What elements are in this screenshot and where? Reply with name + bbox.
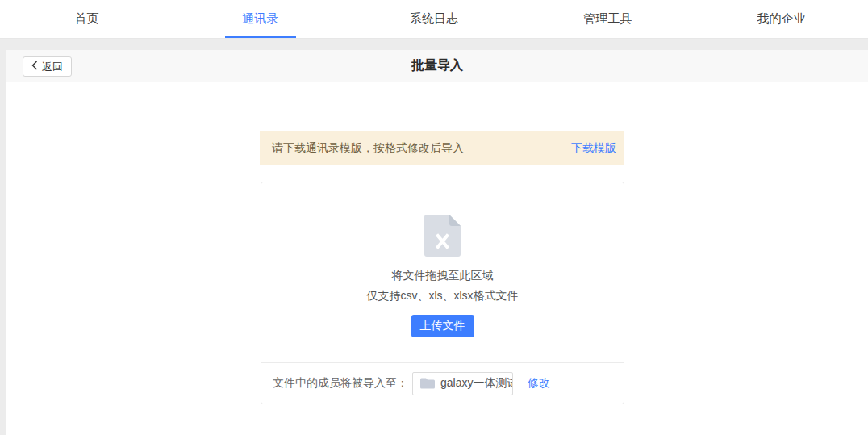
nav-tab-label: 管理工具 [583,11,632,27]
back-button[interactable]: 返回 [23,56,72,77]
back-button-label: 返回 [42,60,63,74]
nav-tab-system-log[interactable]: 系统日志 [347,0,520,38]
nav-tab-my-enterprise[interactable]: 我的企业 [695,0,868,38]
nav-tab-label: 系统日志 [410,11,458,27]
nav-tab-management-tools[interactable]: 管理工具 [521,0,695,38]
nav-tab-contacts[interactable]: 通讯录 [173,0,347,38]
main-panel: 返回 批量导入 请下载通讯录模版，按格式修改后导入 下载模版 将文件拖拽至此区域… [6,50,868,435]
destination-name: galaxy一体测试 [440,376,513,391]
file-dropzone[interactable]: 将文件拖拽至此区域 仅支持csv、xls、xlsx格式文件 上传文件 [261,182,624,363]
modify-destination-link[interactable]: 修改 [528,376,550,391]
nav-tab-home[interactable]: 首页 [0,0,173,38]
destination-box: galaxy一体测试 [412,372,513,395]
upload-card: 将文件拖拽至此区域 仅支持csv、xls、xlsx格式文件 上传文件 文件中的成… [261,182,624,404]
upload-file-button[interactable]: 上传文件 [411,315,474,337]
top-navigation: 首页 通讯录 系统日志 管理工具 我的企业 [0,0,868,39]
nav-tab-label: 通讯录 [242,11,278,27]
page-subheader: 返回 批量导入 [6,50,868,82]
import-destination-row: 文件中的成员将被导入至： galaxy一体测试 修改 [261,363,624,404]
nav-tab-label: 首页 [75,11,99,27]
download-template-link[interactable]: 下载模版 [571,141,616,156]
drag-hint-text: 将文件拖拽至此区域 [261,267,624,283]
chevron-left-icon [31,61,38,73]
format-hint-text: 仅支持csv、xls、xlsx格式文件 [261,287,624,303]
nav-tab-label: 我的企业 [757,11,805,27]
active-tab-underline [225,36,296,38]
excel-file-icon [261,215,624,257]
destination-label: 文件中的成员将被导入至： [273,376,408,391]
notice-message: 请下载通讯录模版，按格式修改后导入 [272,141,464,156]
folder-icon [420,378,435,389]
page-title: 批量导入 [411,57,463,74]
template-notice-bar: 请下载通讯录模版，按格式修改后导入 下载模版 [260,131,624,165]
